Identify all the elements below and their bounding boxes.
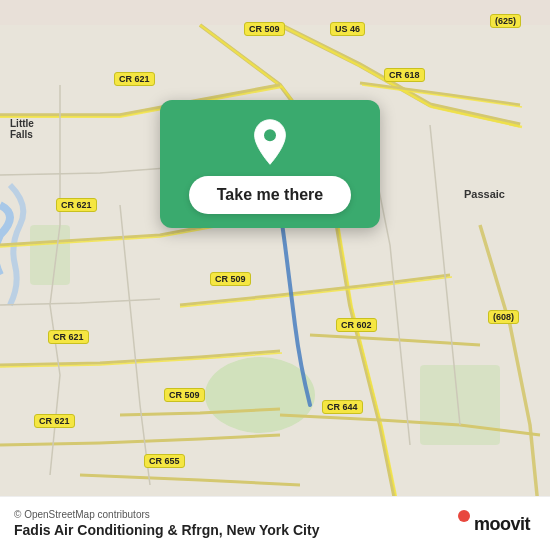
svg-text:moovit: moovit [474, 514, 531, 534]
road-tag-cr618: CR 618 [384, 68, 425, 82]
map-container: CR 509 US 46 (625) CR 621 CR 618 CR 621 … [0, 0, 550, 550]
take-me-there-button[interactable]: Take me there [189, 176, 351, 214]
location-pin-icon [246, 118, 294, 166]
road-tag-cr621-mid: CR 621 [56, 198, 97, 212]
road-tag-cr509-mid: CR 509 [210, 272, 251, 286]
road-tag-cr621-bot: CR 621 [34, 414, 75, 428]
road-tag-cr602: CR 602 [336, 318, 377, 332]
bottom-bar: © OpenStreetMap contributors Fadis Air C… [0, 496, 550, 550]
osm-credit: © OpenStreetMap contributors [14, 509, 456, 520]
map-label-passaic: Passaic [464, 188, 505, 200]
map-svg [0, 0, 550, 550]
road-tag-cr509-low: CR 509 [164, 388, 205, 402]
road-tag-cr621-top: CR 621 [114, 72, 155, 86]
svg-point-4 [264, 129, 276, 141]
road-tag-cr509-top: CR 509 [244, 22, 285, 36]
svg-rect-3 [420, 365, 500, 445]
svg-point-5 [458, 510, 470, 522]
action-card[interactable]: Take me there [160, 100, 380, 228]
place-name: Fadis Air Conditioning & Rfrgn, New York… [14, 522, 456, 538]
svg-rect-2 [30, 225, 70, 285]
road-tag-cr625: (625) [490, 14, 521, 28]
road-tag-cr621-low: CR 621 [48, 330, 89, 344]
road-tag-us46: US 46 [330, 22, 365, 36]
road-tag-cr608: (608) [488, 310, 519, 324]
moovit-logo: moovit [456, 508, 536, 540]
road-tag-cr644: CR 644 [322, 400, 363, 414]
moovit-logo-svg: moovit [456, 508, 536, 540]
road-tag-cr655: CR 655 [144, 454, 185, 468]
svg-point-1 [205, 357, 315, 433]
bottom-info: © OpenStreetMap contributors Fadis Air C… [14, 509, 456, 538]
map-label-little-falls: Little Falls [10, 118, 34, 140]
